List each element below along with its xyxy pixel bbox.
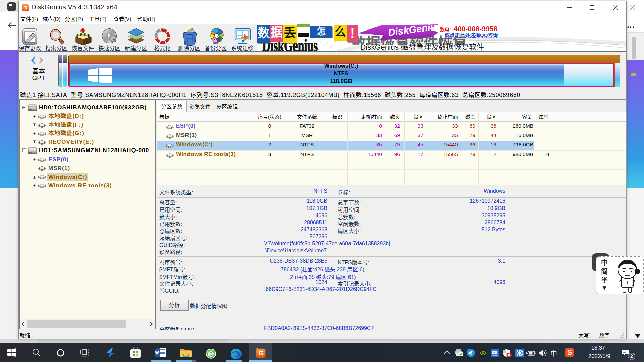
- svg-text:intel: intel: [493, 355, 497, 357]
